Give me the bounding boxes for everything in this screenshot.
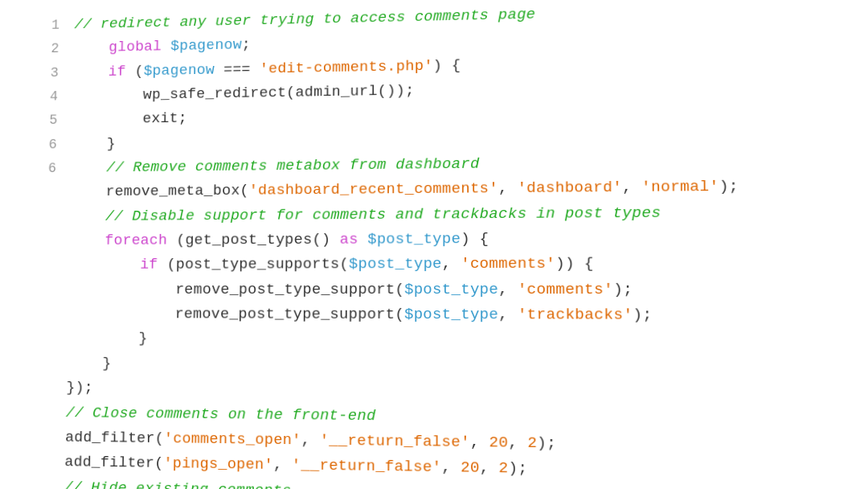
line-content: } xyxy=(68,327,148,351)
line-number: 2 xyxy=(29,38,59,61)
line-number: 6 xyxy=(26,158,56,181)
line-content: // Remove comments metabox from dashboar… xyxy=(71,152,479,181)
line-content: foreach (get_post_types() as $post_type)… xyxy=(69,227,489,253)
line-content: }); xyxy=(66,376,93,401)
line-content: remove_post_type_support($post_type, 'co… xyxy=(68,277,633,303)
code-line: remove_post_type_support($post_type, 'tr… xyxy=(23,302,868,330)
line-number: 4 xyxy=(28,85,59,109)
code-line: if (post_type_supports($post_type, 'comm… xyxy=(24,251,868,277)
line-content: } xyxy=(72,132,116,157)
code-line: // Disable support for comments and trac… xyxy=(25,199,868,229)
line-content: exit; xyxy=(72,107,187,133)
line-content: remove_post_type_support($post_type, 'tr… xyxy=(68,302,653,329)
line-content: // Close comments on the front-end xyxy=(66,401,376,429)
line-number xyxy=(19,465,50,466)
line-content: // Disable support for comments and trac… xyxy=(70,200,661,228)
code-editor: 1// redirect any user trying to access c… xyxy=(0,0,868,489)
line-number: 1 xyxy=(30,14,60,38)
code-line: foreach (get_post_types() as $post_type)… xyxy=(24,225,868,254)
line-content: if (post_type_supports($post_type, 'comm… xyxy=(69,252,594,277)
line-number: 3 xyxy=(28,62,59,85)
code-block: 1// redirect any user trying to access c… xyxy=(9,0,868,489)
line-content: wp_safe_redirect(admin_url()); xyxy=(72,79,414,109)
line-content: } xyxy=(67,351,112,376)
line-number: 5 xyxy=(27,109,58,133)
code-line: remove_post_type_support($post_type, 'co… xyxy=(23,277,868,302)
line-content: global $pagenow; xyxy=(74,33,252,60)
line-number: 6 xyxy=(27,134,57,157)
